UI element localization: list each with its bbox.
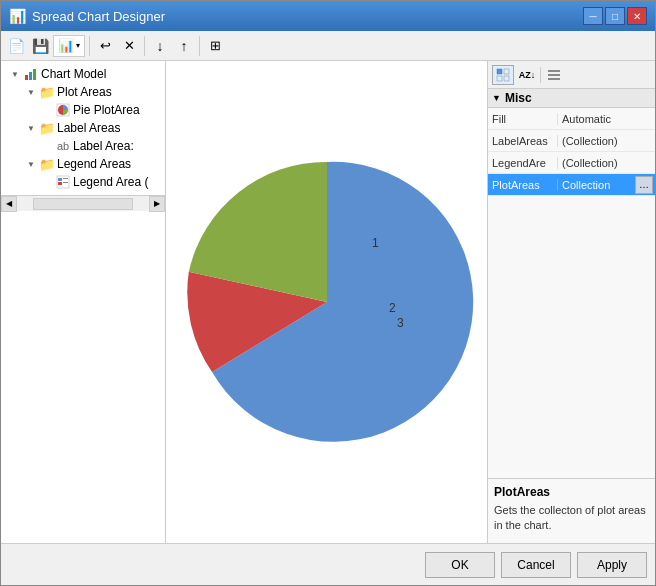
svg-rect-9 bbox=[63, 182, 68, 183]
prop-name-plotareas: PlotAreas bbox=[488, 179, 558, 191]
title-bar: 📊 Spread Chart Designer ─ □ ✕ bbox=[1, 1, 655, 31]
close-button[interactable]: ✕ bbox=[627, 7, 647, 25]
apply-button[interactable]: Apply bbox=[577, 552, 647, 578]
window-icon: 📊 bbox=[9, 8, 26, 24]
open-button[interactable]: 💾 bbox=[29, 35, 51, 57]
bottom-bar: OK Cancel Apply bbox=[1, 543, 655, 585]
cancel-button[interactable]: Cancel bbox=[501, 552, 571, 578]
move-up-button[interactable]: ↑ bbox=[173, 35, 195, 57]
legend-areas-label: Legend Areas bbox=[57, 157, 131, 171]
h-scrollbar[interactable] bbox=[33, 198, 133, 210]
tree-item-label-area[interactable]: ▶ ab Label Area: bbox=[1, 137, 165, 155]
label-areas-label: Label Areas bbox=[57, 121, 120, 135]
scroll-left-button[interactable]: ◀ bbox=[1, 196, 17, 212]
props-categorized-button[interactable] bbox=[492, 65, 514, 85]
prop-value-plotareas: Collection bbox=[558, 179, 635, 191]
legend-areas-folder-icon: 📁 bbox=[39, 156, 55, 172]
label-area-label: Label Area: bbox=[73, 139, 134, 153]
prop-name-fill: Fill bbox=[488, 113, 558, 125]
plot-areas-label: Plot Areas bbox=[57, 85, 112, 99]
expander-chart-model[interactable]: ▼ bbox=[7, 66, 23, 82]
tree-item-plot-areas[interactable]: ▼ 📁 Plot Areas bbox=[1, 83, 165, 101]
pie-label-1: 1 bbox=[372, 236, 379, 250]
chart-model-label: Chart Model bbox=[41, 67, 106, 81]
chart-type-icon: 📊 bbox=[58, 38, 74, 53]
pie-label-3: 3 bbox=[397, 316, 404, 330]
label-area-icon: ab bbox=[55, 138, 71, 154]
svg-rect-14 bbox=[548, 70, 560, 72]
props-separator bbox=[540, 67, 541, 83]
props-row-legendareas[interactable]: LegendAre (Collection) bbox=[488, 152, 655, 174]
svg-rect-0 bbox=[25, 75, 28, 80]
expander-label-areas[interactable]: ▼ bbox=[23, 120, 39, 136]
right-panel: AZ↓ ▼ Misc Fill bbox=[487, 61, 655, 543]
svg-rect-16 bbox=[548, 78, 560, 80]
scroll-right-button[interactable]: ▶ bbox=[149, 196, 165, 212]
properties-grid: ▼ Misc Fill Automatic LabelAreas (Collec… bbox=[488, 89, 655, 478]
plot-areas-folder-icon: 📁 bbox=[39, 84, 55, 100]
tree-item-pie-plotarea[interactable]: ▶ Pie PlotArea bbox=[1, 101, 165, 119]
tree-item-legend-areas[interactable]: ▼ 📁 Legend Areas bbox=[1, 155, 165, 173]
pie-plotarea-icon bbox=[55, 102, 71, 118]
grid-button[interactable]: ⊞ bbox=[204, 35, 226, 57]
property-description-area: PlotAreas Gets the collecton of plot are… bbox=[488, 478, 655, 543]
prop-desc-text: Gets the collecton of plot areas in the … bbox=[494, 503, 649, 534]
props-row-fill[interactable]: Fill Automatic bbox=[488, 108, 655, 130]
props-row-labelareas[interactable]: LabelAreas (Collection) bbox=[488, 130, 655, 152]
dropdown-chevron: ▾ bbox=[76, 41, 80, 50]
svg-rect-13 bbox=[504, 76, 509, 81]
expander-legend[interactable]: ▶ bbox=[39, 174, 55, 190]
pie-label-2: 2 bbox=[389, 301, 396, 315]
left-panel: ▼ Chart Model ▼ 📁 Plot Area bbox=[1, 61, 166, 543]
label-areas-folder-icon: 📁 bbox=[39, 120, 55, 136]
prop-name-legendareas: LegendAre bbox=[488, 157, 558, 169]
main-toolbar: 📄 💾 📊 ▾ ↩ ✕ ↓ ↑ ⊞ bbox=[1, 31, 655, 61]
expander-pie[interactable]: ▶ bbox=[39, 102, 55, 118]
section-label: Misc bbox=[505, 91, 532, 105]
prop-desc-title: PlotAreas bbox=[494, 485, 649, 499]
tree-item-chart-model[interactable]: ▼ Chart Model bbox=[1, 65, 165, 83]
minimize-button[interactable]: ─ bbox=[583, 7, 603, 25]
ok-button[interactable]: OK bbox=[425, 552, 495, 578]
props-row-plotareas[interactable]: PlotAreas Collection … bbox=[488, 174, 655, 196]
delete-button[interactable]: ✕ bbox=[118, 35, 140, 57]
undo-button[interactable]: ↩ bbox=[94, 35, 116, 57]
legend-area-label: Legend Area ( bbox=[73, 175, 148, 189]
svg-rect-1 bbox=[29, 72, 32, 80]
title-bar-left: 📊 Spread Chart Designer bbox=[9, 8, 165, 24]
svg-rect-10 bbox=[497, 69, 502, 74]
svg-rect-6 bbox=[58, 178, 62, 181]
svg-rect-12 bbox=[497, 76, 502, 81]
title-buttons: ─ □ ✕ bbox=[583, 7, 647, 25]
window-title: Spread Chart Designer bbox=[32, 9, 165, 24]
tree-item-label-areas[interactable]: ▼ 📁 Label Areas bbox=[1, 119, 165, 137]
expander-plot-areas[interactable]: ▼ bbox=[23, 84, 39, 100]
chart-model-icon bbox=[23, 66, 39, 82]
pie-plotarea-label: Pie PlotArea bbox=[73, 103, 140, 117]
prop-value-legendareas: (Collection) bbox=[558, 157, 655, 169]
prop-value-labelareas: (Collection) bbox=[558, 135, 655, 147]
tree-item-legend-area[interactable]: ▶ Legend Area ( bbox=[1, 173, 165, 191]
props-pages-button[interactable] bbox=[543, 65, 565, 85]
pie-chart: 1 2 3 bbox=[177, 152, 477, 452]
separator-2 bbox=[144, 36, 145, 56]
legend-area-icon bbox=[55, 174, 71, 190]
maximize-button[interactable]: □ bbox=[605, 7, 625, 25]
svg-rect-15 bbox=[548, 74, 560, 76]
expander-legend-areas[interactable]: ▼ bbox=[23, 156, 39, 172]
content-area: ▼ Chart Model ▼ 📁 Plot Area bbox=[1, 61, 655, 543]
expander-label[interactable]: ▶ bbox=[39, 138, 55, 154]
prop-ellipsis-button[interactable]: … bbox=[635, 176, 653, 194]
prop-value-fill: Automatic bbox=[558, 113, 655, 125]
prop-name-labelareas: LabelAreas bbox=[488, 135, 558, 147]
svg-rect-8 bbox=[58, 182, 62, 185]
separator-1 bbox=[89, 36, 90, 56]
collapse-icon[interactable]: ▼ bbox=[492, 93, 501, 103]
move-down-button[interactable]: ↓ bbox=[149, 35, 171, 57]
props-alpha-button[interactable]: AZ↓ bbox=[516, 65, 538, 85]
new-button[interactable]: 📄 bbox=[5, 35, 27, 57]
separator-3 bbox=[199, 36, 200, 56]
pie-chart-container: 1 2 3 bbox=[166, 61, 487, 543]
chart-type-dropdown[interactable]: 📊 ▾ bbox=[53, 35, 85, 57]
tree-view: ▼ Chart Model ▼ 📁 Plot Area bbox=[1, 61, 165, 195]
